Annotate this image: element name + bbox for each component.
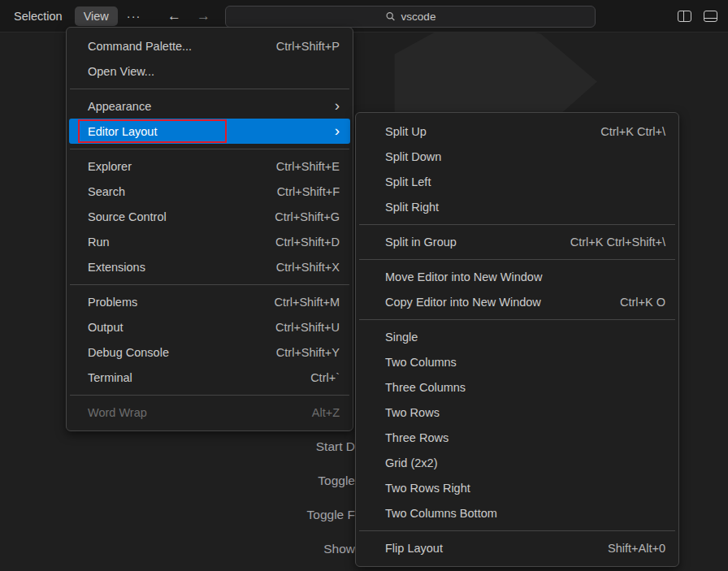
menu-item-shortcut: Ctrl+Shift+P: [276, 40, 340, 53]
menu-item-label: Problems: [88, 296, 251, 309]
menu-item-shortcut: Ctrl+Shift+X: [276, 261, 340, 274]
submenu-item-move-editor-into-new-window[interactable]: Move Editor into New Window: [358, 264, 676, 289]
menubar-item-view[interactable]: View: [75, 6, 118, 26]
customize-layout-icon[interactable]: [704, 11, 717, 22]
menu-item-label: Move Editor into New Window: [385, 270, 665, 283]
menu-item-label: Explorer: [88, 160, 254, 173]
menu-item-label: Output: [88, 321, 253, 334]
menu-item-label: Split Down: [385, 150, 665, 163]
view-menu-item-appearance[interactable]: Appearance›: [69, 93, 350, 119]
view-menu-item-search[interactable]: SearchCtrl+Shift+F: [69, 179, 350, 204]
vscode-window: Start DToggleToggle FShow Selection View…: [0, 0, 728, 571]
watermark-shortcut-fragment: Start D: [316, 439, 355, 456]
menu-item-label: Word Wrap: [88, 406, 289, 419]
chevron-right-icon: ›: [335, 97, 340, 113]
submenu-item-flip-layout[interactable]: Flip LayoutShift+Alt+0: [358, 535, 676, 560]
menu-item-shortcut: Ctrl+K Ctrl+\: [600, 125, 665, 138]
view-menu-item-output[interactable]: OutputCtrl+Shift+U: [69, 314, 350, 340]
menu-item-shortcut: Ctrl+Shift+E: [276, 160, 340, 173]
menu-separator: [359, 319, 675, 320]
menu-item-label: Split in Group: [385, 236, 548, 249]
submenu-item-two-columns[interactable]: Two Columns: [358, 349, 676, 374]
submenu-item-three-rows[interactable]: Three Rows: [358, 425, 676, 450]
submenu-item-split-right[interactable]: Split Right: [358, 194, 676, 219]
menu-item-shortcut: Shift+Alt+0: [608, 542, 665, 555]
menu-item-shortcut: Ctrl+Shift+U: [275, 321, 340, 334]
menu-item-label: Three Columns: [385, 381, 665, 394]
menu-item-label: Run: [88, 236, 253, 249]
menu-item-shortcut: Ctrl+Shift+M: [274, 296, 340, 309]
search-value: vscode: [401, 11, 436, 23]
menu-separator: [359, 530, 675, 531]
submenu-item-two-rows[interactable]: Two Rows: [358, 400, 676, 425]
menu-item-label: Search: [88, 185, 254, 198]
menu-item-label: Terminal: [88, 371, 288, 384]
menu-item-shortcut: Alt+Z: [312, 406, 340, 419]
menu-item-label: Grid (2x2): [385, 456, 665, 469]
submenu-item-single[interactable]: Single: [358, 324, 676, 349]
editor-layout-submenu: Split UpCtrl+K Ctrl+\Split DownSplit Lef…: [355, 112, 679, 567]
layout-controls: [678, 0, 717, 32]
submenu-item-copy-editor-into-new-window[interactable]: Copy Editor into New WindowCtrl+K O: [358, 289, 676, 314]
menu-separator: [359, 259, 675, 260]
menu-item-label: Two Columns: [385, 356, 665, 369]
menu-item-shortcut: Ctrl+K O: [620, 296, 665, 309]
submenu-item-split-up[interactable]: Split UpCtrl+K Ctrl+\: [358, 119, 676, 144]
menu-separator: [70, 395, 349, 396]
menu-item-shortcut: Ctrl+`: [310, 371, 340, 384]
search-icon: [385, 11, 396, 22]
submenu-item-two-rows-right[interactable]: Two Rows Right: [358, 475, 676, 500]
view-menu-item-problems[interactable]: ProblemsCtrl+Shift+M: [69, 289, 350, 314]
menu-item-label: Split Right: [385, 201, 665, 214]
back-arrow-icon[interactable]: ←: [167, 8, 181, 24]
welcome-shortcut-watermark: Start DToggleToggle FShow: [0, 439, 355, 569]
menu-item-label: Two Columns Bottom: [385, 507, 665, 520]
view-menu-item-explorer[interactable]: ExplorerCtrl+Shift+E: [69, 154, 350, 179]
view-menu: Command Palette...Ctrl+Shift+POpen View.…: [66, 27, 353, 431]
menu-item-label: Debug Console: [88, 346, 254, 359]
menu-item-label: Two Rows Right: [385, 482, 665, 495]
view-menu-item-source-control[interactable]: Source ControlCtrl+Shift+G: [69, 204, 350, 229]
submenu-item-two-columns-bottom[interactable]: Two Columns Bottom: [358, 500, 676, 526]
command-center-search[interactable]: vscode: [225, 6, 596, 28]
menubar-item-selection[interactable]: Selection: [5, 6, 72, 26]
more-menu-icon[interactable]: ···: [121, 6, 147, 26]
view-menu-item-word-wrap: Word WrapAlt+Z: [69, 400, 350, 425]
forward-arrow-icon[interactable]: →: [197, 8, 210, 24]
view-menu-item-extensions[interactable]: ExtensionsCtrl+Shift+X: [69, 254, 350, 279]
submenu-item-grid-2x2[interactable]: Grid (2x2): [358, 450, 676, 475]
submenu-item-three-columns[interactable]: Three Columns: [358, 374, 676, 400]
menu-item-label: Flip Layout: [385, 542, 585, 555]
menu-item-shortcut: Ctrl+Shift+D: [275, 236, 340, 249]
menu-separator: [70, 284, 349, 285]
menu-item-label: Appearance: [88, 100, 312, 113]
submenu-item-split-left[interactable]: Split Left: [358, 169, 676, 194]
view-menu-item-open-view[interactable]: Open View...: [69, 58, 350, 84]
menu-item-label: Split Left: [385, 175, 665, 188]
menu-separator: [70, 149, 349, 149]
menu-separator: [70, 89, 349, 89]
menu-item-label: Single: [385, 331, 665, 344]
menu-item-label: Source Control: [88, 210, 252, 223]
menu-item-shortcut: Ctrl+Shift+G: [275, 210, 340, 223]
menu-separator: [359, 224, 675, 225]
view-menu-item-run[interactable]: RunCtrl+Shift+D: [69, 229, 350, 254]
menu-item-label: Copy Editor into New Window: [385, 296, 597, 309]
menu-item-label: Open View...: [88, 65, 340, 78]
annotation-highlight-box: [78, 119, 227, 143]
submenu-item-split-in-group[interactable]: Split in GroupCtrl+K Ctrl+Shift+\: [358, 229, 676, 254]
menu-item-shortcut: Ctrl+K Ctrl+Shift+\: [570, 236, 665, 249]
view-menu-item-debug-console[interactable]: Debug ConsoleCtrl+Shift+Y: [69, 340, 350, 365]
menu-item-label: Command Palette...: [88, 40, 254, 53]
chevron-right-icon: ›: [335, 123, 340, 138]
watermark-shortcut-fragment: Show: [323, 542, 355, 558]
view-menu-item-terminal[interactable]: TerminalCtrl+`: [69, 365, 350, 390]
submenu-item-split-down[interactable]: Split Down: [358, 144, 676, 169]
toggle-sidebar-icon[interactable]: [678, 11, 691, 22]
menu-item-label: Three Rows: [385, 431, 665, 444]
view-menu-item-command-palette[interactable]: Command Palette...Ctrl+Shift+P: [69, 33, 350, 58]
menu-item-label: Split Up: [385, 125, 578, 138]
menu-item-shortcut: Ctrl+Shift+Y: [276, 346, 340, 359]
menu-item-label: Two Rows: [385, 406, 665, 419]
menu-item-shortcut: Ctrl+Shift+F: [277, 185, 340, 198]
